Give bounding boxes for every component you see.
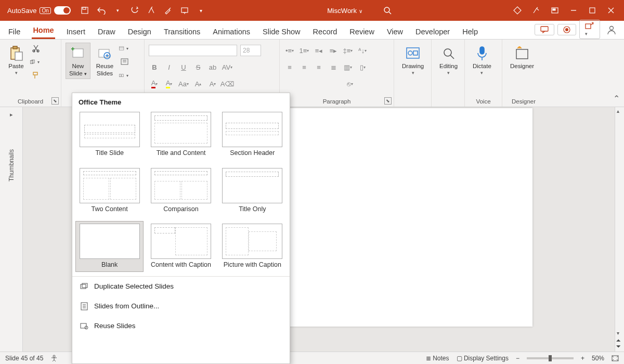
tab-help[interactable]: Help bbox=[461, 24, 479, 39]
share-button[interactable]: ▾ bbox=[579, 20, 600, 39]
paste-button[interactable]: Paste ▾ bbox=[4, 43, 28, 78]
scroll-up-icon[interactable]: ▴ bbox=[617, 108, 619, 114]
tab-home[interactable]: Home bbox=[32, 23, 55, 39]
font-size-input[interactable]: 28 bbox=[240, 45, 261, 56]
redo-icon[interactable] bbox=[130, 6, 139, 15]
tab-slideshow[interactable]: Slide Show bbox=[262, 24, 302, 39]
designer-button[interactable]: Designer bbox=[506, 43, 538, 72]
autosave-toggle[interactable]: AutoSave On bbox=[7, 6, 71, 15]
layout-comparison[interactable]: Comparison bbox=[147, 165, 215, 216]
dictate-button[interactable]: Dictate ▾ bbox=[469, 43, 495, 78]
record-button[interactable] bbox=[557, 24, 576, 35]
coming-soon-icon[interactable] bbox=[531, 6, 541, 15]
text-direction-icon[interactable]: ᴬ↓▾ bbox=[357, 45, 368, 56]
undo-icon[interactable] bbox=[97, 6, 106, 15]
highlight-icon[interactable]: A▾ bbox=[163, 78, 175, 89]
layout-content-caption[interactable]: Content with Caption bbox=[147, 221, 215, 272]
zoom-level[interactable]: 50% bbox=[592, 355, 604, 362]
align-center-icon[interactable]: ≡ bbox=[298, 61, 310, 73]
new-slide-button[interactable]: New Slide ▾ bbox=[66, 43, 90, 79]
char-spacing-icon[interactable]: AV▾ bbox=[222, 61, 233, 73]
italic-icon[interactable]: I bbox=[163, 61, 175, 73]
tab-file[interactable]: File bbox=[7, 24, 21, 39]
align-left-icon[interactable]: ≡ bbox=[284, 61, 295, 73]
cut-icon[interactable] bbox=[30, 43, 42, 54]
zoom-out-icon[interactable]: − bbox=[516, 355, 519, 362]
from-beginning-icon[interactable] bbox=[180, 6, 189, 15]
zoom-slider[interactable] bbox=[527, 357, 574, 359]
align-text-icon[interactable]: ▯▾ bbox=[357, 61, 368, 73]
layout-icon[interactable]: ▾ bbox=[119, 43, 131, 54]
ribbon-display-icon[interactable] bbox=[550, 6, 560, 15]
close-icon[interactable] bbox=[606, 6, 616, 15]
qat-dropdown-icon[interactable]: ▾ bbox=[197, 6, 206, 15]
vertical-scrollbar[interactable]: ▴ ▾ ⏶⏷ bbox=[615, 107, 624, 352]
editing-button[interactable]: Editing ▾ bbox=[436, 43, 461, 78]
shadow-icon[interactable]: ab bbox=[207, 61, 218, 73]
reuse-slides-item[interactable]: Reuse Slides bbox=[72, 316, 290, 336]
search-icon[interactable] bbox=[383, 6, 392, 15]
bold-icon[interactable]: B bbox=[149, 61, 160, 73]
section-icon[interactable]: ▾ bbox=[119, 70, 131, 81]
justify-icon[interactable]: ≣ bbox=[328, 61, 339, 73]
grow-font-icon[interactable]: A▴ bbox=[192, 78, 204, 89]
line-spacing-icon[interactable]: ‡≡▾ bbox=[342, 45, 354, 56]
underline-icon[interactable]: U bbox=[178, 61, 189, 73]
notes-button[interactable]: ≣ Notes bbox=[426, 355, 449, 362]
clipboard-launcher-icon[interactable]: ⬊ bbox=[51, 97, 59, 105]
tab-design[interactable]: Design bbox=[127, 24, 152, 39]
bullets-icon[interactable]: •≡▾ bbox=[284, 45, 295, 56]
layout-section-header[interactable]: Section Header bbox=[218, 109, 287, 160]
duplicate-slides-item[interactable]: Duplicate Selected Slides bbox=[72, 277, 290, 296]
layout-picture-caption[interactable]: Picture with Caption bbox=[218, 221, 287, 272]
layout-two-content[interactable]: Two Content bbox=[75, 165, 144, 216]
document-title[interactable]: MiscWork ∨ bbox=[327, 7, 362, 15]
change-case-icon[interactable]: Aa▾ bbox=[178, 78, 189, 89]
font-color-icon[interactable]: A▾ bbox=[149, 78, 160, 89]
drawing-button[interactable]: Drawing ▾ bbox=[398, 43, 427, 78]
diamond-icon[interactable] bbox=[513, 6, 522, 15]
strike-icon[interactable]: S bbox=[192, 61, 204, 73]
minimize-icon[interactable] bbox=[569, 6, 578, 15]
maximize-icon[interactable] bbox=[588, 6, 597, 15]
chevron-right-icon[interactable]: ▸ bbox=[10, 111, 13, 118]
tab-review[interactable]: Review bbox=[348, 24, 375, 39]
reset-icon[interactable] bbox=[119, 56, 131, 68]
tab-animations[interactable]: Animations bbox=[212, 24, 251, 39]
paragraph-launcher-icon[interactable]: ⬊ bbox=[384, 97, 392, 105]
tab-insert[interactable]: Insert bbox=[66, 24, 86, 39]
indent-dec-icon[interactable]: ≡◂ bbox=[313, 45, 324, 56]
tab-view[interactable]: View bbox=[386, 24, 404, 39]
slide-counter[interactable]: Slide 45 of 45 bbox=[5, 355, 43, 362]
display-settings-button[interactable]: ▢ Display Settings bbox=[457, 355, 509, 362]
indent-inc-icon[interactable]: ≡▸ bbox=[328, 45, 339, 56]
align-right-icon[interactable]: ≡ bbox=[313, 61, 324, 73]
fit-to-window-icon[interactable] bbox=[612, 355, 619, 361]
columns-icon[interactable]: ▥▾ bbox=[342, 61, 354, 73]
save-icon[interactable] bbox=[80, 6, 89, 15]
slide-nav-icons[interactable]: ⏶⏷ bbox=[616, 337, 621, 349]
zoom-in-icon[interactable]: + bbox=[581, 355, 584, 362]
accessibility-icon[interactable] bbox=[50, 355, 58, 362]
numbering-icon[interactable]: 1≡▾ bbox=[298, 45, 310, 56]
layout-blank[interactable]: Blank bbox=[75, 221, 144, 272]
comments-button[interactable] bbox=[535, 24, 554, 35]
tab-transitions[interactable]: Transitions bbox=[163, 24, 201, 39]
touch-mode-icon[interactable] bbox=[147, 6, 156, 15]
font-name-input[interactable] bbox=[149, 45, 237, 56]
scroll-down-icon[interactable]: ▾ bbox=[617, 330, 619, 336]
slides-from-outline-item[interactable]: Slides from Outline... bbox=[72, 296, 290, 316]
thumbnail-pane[interactable]: ▸ Thumbnails bbox=[0, 107, 23, 352]
collapse-ribbon-icon[interactable]: ⌃ bbox=[613, 94, 620, 103]
shrink-font-icon[interactable]: A▾ bbox=[207, 78, 218, 89]
tab-record[interactable]: Record bbox=[312, 24, 339, 39]
smartart-icon[interactable]: ⎋▾ bbox=[344, 78, 356, 89]
layout-title-content[interactable]: Title and Content bbox=[147, 109, 215, 160]
account-icon[interactable] bbox=[606, 24, 617, 35]
copy-icon[interactable]: ▾ bbox=[30, 56, 42, 68]
eyedropper-icon[interactable] bbox=[163, 6, 173, 15]
reuse-slides-button[interactable]: Reuse Slides bbox=[93, 43, 117, 79]
undo-dropdown-icon[interactable]: ▾ bbox=[113, 6, 123, 15]
tab-draw[interactable]: Draw bbox=[97, 24, 116, 39]
clear-format-icon[interactable]: A⌫ bbox=[222, 78, 233, 89]
